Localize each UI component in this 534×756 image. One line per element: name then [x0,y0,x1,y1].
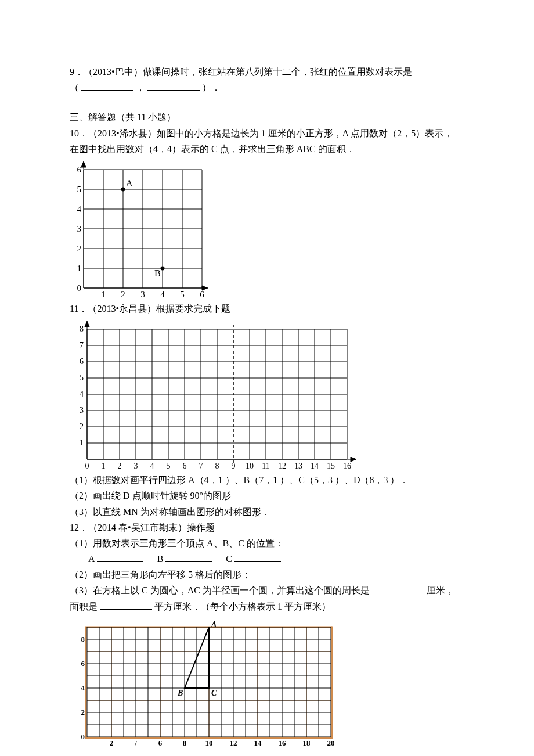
point-a [121,187,125,191]
y-tick-6: 6 [77,165,82,174]
q12-blank-c[interactable] [234,552,281,562]
q9-blank-1[interactable] [81,81,134,91]
q12-figure: A B C 0 2 4 6 8 2 / 6 8 10 12 14 16 [70,618,342,748]
q11-figure: 1 2 3 4 5 6 7 8 0 1 2 3 4 5 6 7 8 9 [70,320,464,471]
x-tick-5: 5 [180,290,185,299]
y2-3: 3 [80,406,84,415]
q9-blank-2[interactable] [147,81,200,91]
q12-sub3: （3）在方格上以 C 为圆心，AC 为半径画一个圆，并算出这个圆的周长是 厘米， [70,582,464,598]
q11-sub2: （2）画出绕 D 点顺时针旋转 90°的图形 [70,488,464,503]
x2-12: 12 [278,462,286,470]
x2-3: 3 [134,462,138,470]
page: 9．（2013•巴中）做课间操时，张红站在第八列第十二个，张红的位置用数对表示是… [0,0,534,756]
x3-6: 6 [158,739,163,747]
y-tick-0: 0 [77,283,82,293]
q12-sub2: （2）画出把三角形向左平移 5 格后的图形； [70,567,464,582]
x2-2: 2 [118,462,122,470]
x3-4: / [134,739,137,747]
label-b: B [154,268,161,278]
x2-11: 11 [262,462,269,470]
x2-8: 8 [215,462,219,470]
x3-14: 14 [254,739,262,747]
y3-4: 4 [81,683,85,692]
grid-chart-3: A B C 0 2 4 6 8 2 / 6 8 10 12 14 16 [70,618,342,748]
q9-line1: 9．（2013•巴中）做课间操时，张红站在第八列第十二个，张红的位置用数对表示是 [70,64,464,80]
q12-sub3a: （3）在方格上以 C 为圆心，AC 为半径画一个圆，并算出这个圆的周长是 [70,585,370,595]
point-b [161,266,165,270]
close-paren: ）． [202,82,221,92]
label-a-text: A [88,554,95,564]
open-paren: （ [70,82,79,92]
y3-0: 0 [81,732,85,741]
q10-line1: 10．（2013•浠水县）如图中的小方格是边长为 1 厘米的小正方形，A 点用数… [70,125,464,141]
x2-16: 16 [343,462,351,470]
x-tick-6: 6 [200,290,204,299]
x3-2: 2 [110,739,114,747]
q12-blank-a[interactable] [97,552,143,562]
x-tick-4: 4 [160,290,165,299]
x-tick-2: 2 [121,290,125,299]
x3-18: 18 [303,739,311,747]
y2-8: 8 [80,325,84,333]
y-tick-2: 2 [77,244,82,253]
x-tick-1: 1 [101,290,106,299]
grid-chart-1: 0 1 2 3 4 5 6 1 2 3 4 5 6 A B [70,160,208,300]
y2-2: 2 [80,422,84,431]
x3-16: 16 [279,739,287,747]
x2-14: 14 [311,462,319,470]
q12-blank-perimeter[interactable] [372,584,424,593]
x2-4: 4 [150,462,154,470]
x3-12: 12 [230,739,237,747]
tri-label-c: C [211,689,217,697]
y2-7: 7 [80,341,84,350]
x2-6: 6 [183,462,187,470]
y3-2: 2 [81,708,85,717]
q12-sub3b: 厘米， [427,585,454,595]
svg-marker-45 [85,321,89,327]
q12-sub4a: 面积是 [70,602,98,611]
x3-10: 10 [205,739,213,747]
x3-8: 8 [183,739,187,747]
y-tick-1: 1 [77,264,82,273]
x2-10: 10 [246,462,254,470]
q9-line2: （ ， ）． [70,80,464,95]
q12-sub4: 面积是 平方厘米．（每个小方格表示 1 平方厘米） [70,599,464,614]
q11-sub1: （1）根据数对画平行四边形 A（4，1 ）、B（7，1 ）、C（5，3 ）、D（… [70,472,464,488]
y2-6: 6 [80,357,84,366]
x2-13: 13 [294,462,302,470]
q12-title: 12．（2014 春•吴江市期末）操作题 [70,520,464,535]
q11-title: 11．（2013•永昌县）根据要求完成下题 [70,301,464,316]
section-3-heading: 三、解答题（共 11 小题） [70,109,464,125]
label-c-text: C [226,554,232,564]
q12-sub1: （1）用数对表示三角形三个顶点 A、B、C 的位置： [70,535,464,551]
q11-sub3: （3）以直线 MN 为对称轴画出图形的对称图形． [70,504,464,520]
grid-chart-2: 1 2 3 4 5 6 7 8 0 1 2 3 4 5 6 7 8 9 [70,320,360,471]
q10-line2: 在图中找出用数对（4，4）表示的 C 点，并求出三角形 ABC 的面积． [70,141,464,157]
tri-label-a: A [211,620,217,629]
q9-comma: ， [136,82,145,92]
q12-blank-b[interactable] [165,552,212,562]
label-a: A [126,178,133,188]
y2-4: 4 [80,390,84,398]
q10-figure: 0 1 2 3 4 5 6 1 2 3 4 5 6 A B [70,160,464,300]
q12-blank-area[interactable] [100,600,152,610]
q12-sub4b: 平方厘米．（每个小方格表示 1 平方厘米） [154,602,331,611]
tri-label-b: B [177,689,183,697]
y-tick-4: 4 [77,204,82,214]
svg-marker-47 [351,457,356,462]
y3-8: 8 [81,635,85,643]
x3-20: 20 [327,739,335,747]
svg-marker-15 [81,161,86,167]
x2-9: 9 [232,462,236,470]
x-tick-3: 3 [140,290,145,299]
y3-6: 6 [81,659,85,668]
x2-15: 15 [327,462,335,470]
x2-1: 1 [102,462,106,470]
q12-abc-line: A B C [70,551,464,567]
label-b-text: B [157,554,164,564]
x2-5: 5 [167,462,171,470]
x2-0: 0 [85,462,89,470]
y2-5: 5 [80,373,84,382]
y-tick-3: 3 [77,224,82,233]
y2-1: 1 [80,438,84,447]
